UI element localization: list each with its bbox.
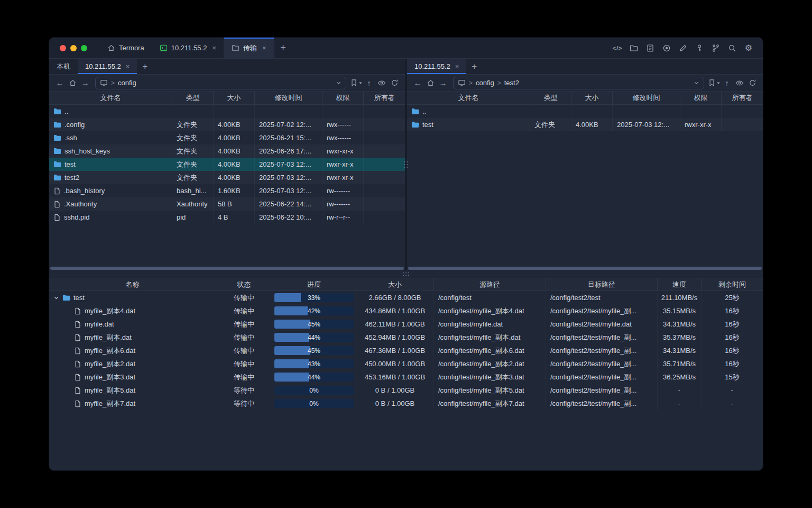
column-header-size[interactable]: 大小 xyxy=(571,92,613,104)
column-header-owner[interactable]: 所有者 xyxy=(364,92,405,104)
column-header-mtime[interactable]: 修改时间 xyxy=(255,92,322,104)
folder-button[interactable] xyxy=(627,41,641,55)
transfer-row[interactable]: myfile_副本3.dat 传输中 44% 453.16MB / 1.00GB… xyxy=(49,370,763,384)
file-row[interactable]: .Xauthority Xauthority 58 B 2025-06-22 1… xyxy=(49,197,405,211)
minimize-window-button[interactable] xyxy=(70,45,77,51)
close-window-button[interactable] xyxy=(60,45,66,51)
column-header-mtime[interactable]: 修改时间 xyxy=(613,92,680,104)
breadcrumb-segment[interactable]: test2 xyxy=(504,79,519,87)
column-header-size[interactable]: 大小 xyxy=(214,92,255,104)
column-header-type[interactable]: 类型 xyxy=(172,92,214,104)
column-header-name[interactable]: 文件名 xyxy=(407,92,530,104)
file-row[interactable]: .ssh 文件夹 4.00KB 2025-06-21 15:... rwx---… xyxy=(49,131,405,144)
pane-divider[interactable] xyxy=(405,59,407,270)
forward-button[interactable]: → xyxy=(437,77,449,89)
file-row[interactable]: test 文件夹 4.00KB 2025-07-03 12:... rwxr-x… xyxy=(407,118,763,131)
file-row[interactable]: .. xyxy=(49,105,405,118)
home-button[interactable] xyxy=(66,77,79,89)
progress-bar: 45% xyxy=(274,346,354,355)
column-header-perm[interactable]: 权限 xyxy=(680,92,722,104)
column-header-perm[interactable]: 权限 xyxy=(322,92,364,104)
close-tab-icon[interactable]: × xyxy=(212,44,216,52)
refresh-button[interactable] xyxy=(388,77,401,89)
maximize-window-button[interactable] xyxy=(81,45,87,51)
transfer-row[interactable]: myfile_副本2.dat 传输中 43% 450.00MB / 1.00GB… xyxy=(49,357,763,370)
chevron-down-icon[interactable] xyxy=(694,80,699,86)
transfer-name: test xyxy=(73,294,85,302)
tab-local[interactable]: 本机 xyxy=(49,59,78,74)
refresh-button[interactable] xyxy=(746,77,759,89)
file-row[interactable]: sshd.pid pid 4 B 2025-06-22 10:... rw-r-… xyxy=(49,211,405,224)
breadcrumb[interactable]: > config xyxy=(95,77,346,89)
close-tab-icon[interactable]: × xyxy=(262,44,266,52)
close-tab-icon[interactable]: × xyxy=(126,62,130,70)
folder-icon xyxy=(53,160,61,168)
tab-label: 10.211.55.2 xyxy=(414,62,450,70)
chevron-down-icon[interactable] xyxy=(53,295,59,301)
file-row[interactable]: test2 文件夹 4.00KB 2025-07-03 12:... rwxr-… xyxy=(49,171,405,184)
upload-button[interactable]: ↑ xyxy=(721,77,733,89)
back-button[interactable]: ← xyxy=(53,77,66,89)
search-button[interactable] xyxy=(725,41,739,55)
chevron-down-icon[interactable] xyxy=(336,80,342,86)
settings-button[interactable]: ⚙ xyxy=(742,41,755,55)
new-tab-button[interactable]: + xyxy=(274,38,292,58)
key-button[interactable] xyxy=(693,41,706,55)
close-tab-icon[interactable]: × xyxy=(455,62,459,70)
branch-button[interactable] xyxy=(709,41,723,55)
transfer-row[interactable]: myfile_副本5.dat 等待中 0% 0 B / 1.00GB /conf… xyxy=(49,384,763,397)
file-type: 文件夹 xyxy=(172,144,214,158)
divider-grip[interactable] xyxy=(404,161,408,168)
back-icon: ← xyxy=(56,78,64,87)
show-hidden-button[interactable] xyxy=(375,77,388,89)
transfer-source-path: /config/test/myfile.dat xyxy=(434,318,546,331)
column-header-owner[interactable]: 所有者 xyxy=(722,92,763,104)
bookmark-button[interactable] xyxy=(350,77,363,89)
file-row[interactable]: ssh_host_keys 文件夹 4.00KB 2025-06-26 17:.… xyxy=(49,144,405,158)
tab-host[interactable]: 10.211.55.2 × xyxy=(152,38,224,58)
breadcrumb[interactable]: > config > test2 xyxy=(453,77,704,89)
transfer-size: 2.66GB / 8.00GB xyxy=(356,291,434,304)
left-file-table: .. .config 文件夹 4.00KB 2025-07-02 12:... … xyxy=(49,105,405,266)
transfer-row[interactable]: myfile.dat 传输中 45% 462.11MB / 1.00GB /co… xyxy=(49,318,763,331)
breadcrumb-segment[interactable]: config xyxy=(118,79,136,87)
log-button[interactable] xyxy=(643,41,657,55)
tab-termora[interactable]: Termora xyxy=(100,38,152,58)
file-row[interactable]: .bash_history bash_hi... 1.60KB 2025-07-… xyxy=(49,184,405,197)
file-row[interactable]: test 文件夹 4.00KB 2025-07-03 12:... rwxr-x… xyxy=(49,158,405,171)
breadcrumb-segment[interactable]: config xyxy=(476,79,494,87)
tab-remote-host[interactable]: 10.211.55.2 × xyxy=(78,59,137,74)
bookmark-button[interactable] xyxy=(708,77,721,89)
back-button[interactable]: ← xyxy=(411,77,424,89)
transfer-row[interactable]: myfile_副本4.dat 传输中 42% 434.86MB / 1.00GB… xyxy=(49,304,763,318)
column-header-name[interactable]: 文件名 xyxy=(49,92,172,104)
transfer-row[interactable]: myfile_副本6.dat 传输中 45% 467.36MB / 1.00GB… xyxy=(49,344,763,357)
file-row[interactable]: .config 文件夹 4.00KB 2025-07-02 12:... rwx… xyxy=(49,118,405,131)
splitter-grip[interactable] xyxy=(403,273,409,276)
new-pane-tab-button[interactable]: + xyxy=(466,59,482,74)
transfer-row[interactable]: test 传输中 33% 2.66GB / 8.00GB /config/tes… xyxy=(49,291,763,304)
transfer-target-path: /config/test2/test/myfile_副... xyxy=(546,304,658,318)
right-horizontal-scrollbar xyxy=(407,266,763,270)
file-name: .config xyxy=(64,121,85,129)
column-header-eta: 剩余时间 xyxy=(702,278,763,291)
code-button[interactable]: </> xyxy=(611,41,624,55)
edit-button[interactable] xyxy=(676,41,690,55)
home-button[interactable] xyxy=(424,77,437,89)
transfer-row[interactable]: myfile_副本7.dat 等待中 0% 0 B / 1.00GB /conf… xyxy=(49,397,763,410)
show-hidden-button[interactable] xyxy=(733,77,746,89)
file-mtime: 2025-07-03 12:... xyxy=(613,118,680,131)
progress-bar: 0% xyxy=(274,399,354,408)
tab-remote-host[interactable]: 10.211.55.2 × xyxy=(407,59,466,74)
transfer-row[interactable]: myfile_副本.dat 传输中 44% 452.94MB / 1.00GB … xyxy=(49,331,763,344)
forward-button[interactable]: → xyxy=(79,77,91,89)
scrollbar-thumb[interactable] xyxy=(408,267,762,270)
horizontal-splitter[interactable] xyxy=(49,270,763,278)
file-row[interactable]: .. xyxy=(407,105,763,118)
column-header-type[interactable]: 类型 xyxy=(530,92,571,104)
new-pane-tab-button[interactable]: + xyxy=(137,59,153,74)
tab-transfer[interactable]: 传输 × xyxy=(224,38,274,58)
upload-button[interactable]: ↑ xyxy=(363,77,375,89)
record-button[interactable] xyxy=(660,41,673,55)
scrollbar-thumb[interactable] xyxy=(50,267,404,270)
